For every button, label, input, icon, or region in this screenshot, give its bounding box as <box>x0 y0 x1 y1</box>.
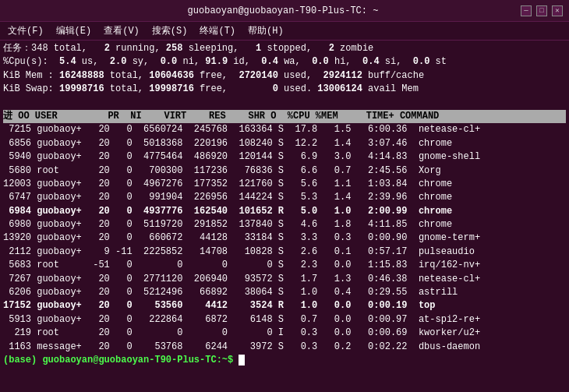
table-row: 7267 guobaoy+ 20 0 2771120 206940 93572 … <box>3 273 566 286</box>
table-row: 17152 guobaoy+ 20 0 53560 4412 3524 R 1.… <box>3 299 566 313</box>
cpu-line: %Cpu(s): 5.4 us, 2.0 sy, 0.0 ni, 91.9 id… <box>3 55 566 69</box>
table-row: 219 root 20 0 0 0 0 I 0.3 0.0 0:00.69 kw… <box>3 327 566 340</box>
terminal: 任务：348 total, 2 running, 258 sleeping, 1… <box>0 41 569 392</box>
table-row: 6984 guobaoy+ 20 0 4937776 162540 101652… <box>3 205 566 218</box>
menu-item-终端(T)[interactable]: 终端(T) <box>195 23 240 39</box>
table-row: 7215 guobaoy+ 20 0 6560724 245768 163364… <box>3 123 566 136</box>
window-controls: ─ □ ✕ <box>521 5 563 16</box>
close-button[interactable]: ✕ <box>552 5 563 16</box>
table-row: 5913 guobaoy+ 20 0 222864 6872 6148 S 0.… <box>3 313 566 327</box>
title-bar: guobaoyan@guobaoyan-T90-Plus-TC: ~ ─ □ ✕ <box>0 0 569 22</box>
table-header: 进 ОО USER PR NI VIRT RES SHR О %CPU %MEM… <box>3 110 566 123</box>
table-row: 6747 guobaoy+ 20 0 991904 226956 144224 … <box>3 191 566 204</box>
menu-item-帮助(H)[interactable]: 帮助(H) <box>243 23 288 39</box>
minimize-button[interactable]: ─ <box>521 5 532 16</box>
table-row: 6980 guobaoy+ 20 0 5119720 291852 137840… <box>3 218 566 231</box>
maximize-button[interactable]: □ <box>536 5 547 16</box>
table-row: 1163 message+ 20 0 53768 6244 3972 S 0.3… <box>3 341 566 354</box>
menu-item-搜索(S)[interactable]: 搜索(S) <box>147 23 193 39</box>
table-row: 5680 root 20 0 700300 117236 76836 S 6.6… <box>3 164 566 178</box>
table-row: 5683 root -51 0 0 0 0 S 2.3 0.0 1:15.83 … <box>3 259 566 272</box>
menu-bar: 文件(F)编辑(E)查看(V)搜索(S)终端(T)帮助(H) <box>0 22 569 41</box>
menu-item-文件(F)[interactable]: 文件(F) <box>3 23 48 39</box>
menu-item-查看(V)[interactable]: 查看(V) <box>99 23 144 39</box>
terminal-cursor <box>239 355 245 366</box>
table-row: 5940 guobaoy+ 20 0 4775464 486920 120144… <box>3 150 566 164</box>
table-row: 12003 guobaoy+ 20 0 4967276 177352 12176… <box>3 178 566 191</box>
window-title: guobaoyan@guobaoyan-T90-Plus-TC: ~ <box>45 5 521 16</box>
menu-item-编辑(E)[interactable]: 编辑(E) <box>51 23 97 39</box>
table-row: 6856 guobaoy+ 20 0 5018368 220196 108240… <box>3 137 566 150</box>
table-row: 13920 guobaoy+ 20 0 660672 44128 33184 S… <box>3 231 566 245</box>
tasks-line: 任务：348 total, 2 running, 258 sleeping, 1… <box>3 42 566 55</box>
prompt-line: (base) guobaoyan@guobaoyan-T90-Plus-TC:~… <box>3 354 566 367</box>
table-row: 6206 guobaoy+ 20 0 5212496 66892 38064 S… <box>3 286 566 299</box>
swap-line: KiB Swap: 19998716 total, 19998716 free,… <box>3 83 566 96</box>
table-row: 2112 guobaoy+ 9 -11 2225852 14708 10828 … <box>3 245 566 259</box>
mem-line: KiB Mem : 16248888 total, 10604636 free,… <box>3 69 566 83</box>
